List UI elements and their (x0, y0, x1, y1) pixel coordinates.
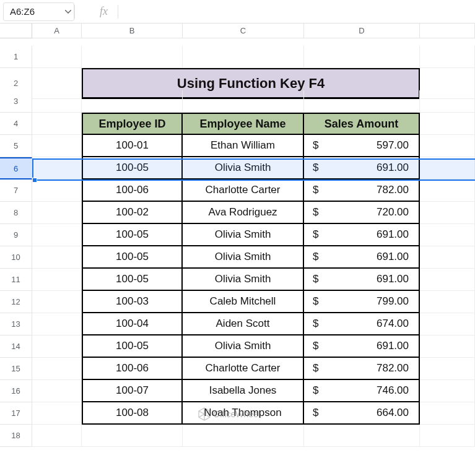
row-header[interactable]: 12 (0, 291, 32, 313)
cell[interactable] (304, 425, 420, 447)
column-header[interactable]: C (183, 24, 304, 38)
cell[interactable] (32, 335, 82, 358)
cell[interactable] (32, 180, 82, 202)
cell[interactable] (32, 380, 82, 402)
cell-sales-amount[interactable]: $691.00 (304, 269, 420, 291)
cell-sales-amount[interactable]: $799.00 (304, 291, 420, 313)
cell-employee-id[interactable]: 100-03 (82, 291, 183, 313)
spreadsheet-grid[interactable]: ABCD12Using Function Key F434Employee ID… (0, 24, 475, 447)
cell[interactable] (32, 202, 82, 224)
cell-sales-amount[interactable]: $674.00 (304, 313, 420, 335)
cell-employee-id[interactable]: 100-05 (82, 224, 183, 246)
cell[interactable] (420, 402, 475, 425)
cell[interactable] (420, 358, 475, 380)
cell-employee-name[interactable]: Olivia Smith (183, 269, 304, 291)
cell-employee-id[interactable]: 100-05 (82, 246, 183, 269)
cell[interactable] (304, 90, 420, 113)
row-header[interactable]: 8 (0, 202, 32, 224)
column-header[interactable] (420, 24, 475, 38)
cell-employee-id[interactable]: 100-02 (82, 202, 183, 224)
cell[interactable] (32, 246, 82, 269)
cell-sales-amount[interactable]: $691.00 (304, 335, 420, 358)
cell-employee-id[interactable]: 100-06 (82, 358, 183, 380)
cell[interactable] (32, 224, 82, 246)
cell-sales-amount[interactable]: $720.00 (304, 202, 420, 224)
cell-employee-name[interactable]: Ava Rodriguez (183, 202, 304, 224)
cell[interactable] (304, 46, 420, 68)
cell-employee-id[interactable]: 100-08 (82, 402, 183, 425)
row-header[interactable]: 11 (0, 269, 32, 291)
cell[interactable] (420, 157, 475, 180)
cell[interactable] (32, 90, 82, 113)
row-header[interactable]: 1 (0, 46, 32, 68)
row-header[interactable]: 7 (0, 180, 32, 202)
fx-icon[interactable]: fx (100, 5, 108, 18)
row-header[interactable]: 4 (0, 113, 32, 135)
cell-employee-id[interactable]: 100-04 (82, 313, 183, 335)
cell[interactable] (420, 313, 475, 335)
cell-employee-id[interactable]: 100-01 (82, 135, 183, 157)
cell-employee-name[interactable]: Noah Thompson (183, 402, 304, 425)
cell-employee-name[interactable]: Isabella Jones (183, 380, 304, 402)
cell-sales-amount[interactable]: $691.00 (304, 224, 420, 246)
cell-employee-name[interactable]: Ethan William (183, 135, 304, 157)
cell[interactable] (32, 402, 82, 425)
row-header[interactable]: 14 (0, 335, 32, 358)
cell[interactable] (420, 135, 475, 157)
cell-employee-id[interactable]: 100-05 (82, 157, 183, 180)
cell[interactable] (420, 425, 475, 447)
cell-sales-amount[interactable]: $691.00 (304, 246, 420, 269)
cell[interactable] (32, 358, 82, 380)
cell[interactable] (82, 46, 183, 68)
table-header[interactable]: Employee ID (82, 113, 183, 135)
row-header[interactable]: 17 (0, 402, 32, 425)
cell[interactable] (183, 46, 304, 68)
cell-employee-id[interactable]: 100-06 (82, 180, 183, 202)
table-header[interactable]: Sales Amount (304, 113, 420, 135)
cell[interactable] (32, 269, 82, 291)
cell[interactable] (32, 157, 82, 180)
cell-sales-amount[interactable]: $782.00 (304, 180, 420, 202)
cell[interactable] (82, 425, 183, 447)
cell[interactable] (420, 90, 475, 113)
cell[interactable] (420, 335, 475, 358)
cell[interactable] (420, 46, 475, 68)
cell[interactable] (32, 113, 82, 135)
cell-sales-amount[interactable]: $746.00 (304, 380, 420, 402)
table-header[interactable]: Employee Name (183, 113, 304, 135)
cell-sales-amount[interactable]: $782.00 (304, 358, 420, 380)
cell[interactable] (32, 425, 82, 447)
cell-employee-name[interactable]: Aiden Scott (183, 313, 304, 335)
cell[interactable] (183, 90, 304, 113)
row-header[interactable]: 10 (0, 246, 32, 269)
row-header[interactable]: 16 (0, 380, 32, 402)
cell-employee-name[interactable]: Caleb Mitchell (183, 291, 304, 313)
cell[interactable] (420, 202, 475, 224)
row-header[interactable]: 3 (0, 90, 32, 113)
cell[interactable] (32, 313, 82, 335)
cell-employee-name[interactable]: Olivia Smith (183, 335, 304, 358)
cell[interactable] (420, 380, 475, 402)
row-header[interactable]: 13 (0, 313, 32, 335)
cell[interactable] (32, 135, 82, 157)
select-all-corner[interactable] (0, 24, 32, 38)
row-header[interactable]: 9 (0, 224, 32, 246)
row-header[interactable]: 18 (0, 425, 32, 447)
cell-sales-amount[interactable]: $664.00 (304, 402, 420, 425)
name-box[interactable]: A6:Z6 (3, 2, 74, 21)
cell-employee-name[interactable]: Olivia Smith (183, 246, 304, 269)
cell-employee-id[interactable]: 100-07 (82, 380, 183, 402)
cell-employee-name[interactable]: Charlotte Carter (183, 180, 304, 202)
column-header[interactable]: A (32, 24, 82, 38)
cell-employee-name[interactable]: Charlotte Carter (183, 358, 304, 380)
cell[interactable] (420, 246, 475, 269)
row-header[interactable]: 6 (0, 157, 32, 180)
row-header[interactable]: 15 (0, 358, 32, 380)
cell[interactable] (420, 180, 475, 202)
cell[interactable] (32, 291, 82, 313)
cell[interactable] (420, 291, 475, 313)
cell-employee-name[interactable]: Olivia Smith (183, 224, 304, 246)
cell[interactable] (32, 46, 82, 68)
cell[interactable] (420, 113, 475, 135)
cell-sales-amount[interactable]: $597.00 (304, 135, 420, 157)
